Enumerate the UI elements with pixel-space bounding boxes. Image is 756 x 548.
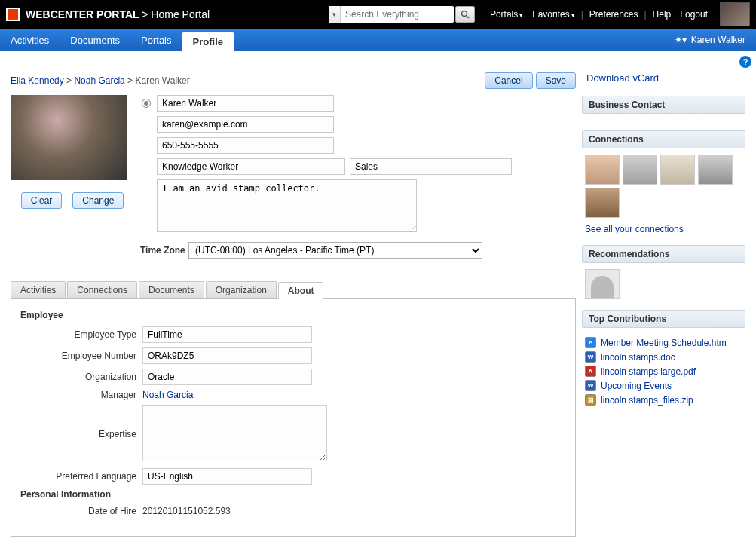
connections-header: Connections: [582, 130, 745, 148]
connection-avatar[interactable]: [698, 155, 733, 185]
manager-link[interactable]: Noah Garcia: [142, 390, 193, 400]
hire-value: 20120101151052.593: [142, 506, 231, 516]
file-doc-icon: W: [585, 380, 596, 391]
timezone-select[interactable]: (UTC-08:00) Los Angeles - Pacific Time (…: [188, 242, 482, 259]
nav-user-menu[interactable]: ✷▾ Karen Walker: [675, 29, 756, 51]
current-user-avatar[interactable]: [720, 2, 750, 26]
help-link[interactable]: Help: [653, 9, 672, 20]
top-bar: WEBCENTER PORTAL > Home Portal ▾ Portals…: [0, 0, 756, 29]
file-link[interactable]: lincoln stamps large.pdf: [601, 366, 696, 377]
app-section: Home Portal: [151, 8, 210, 20]
nav-portals[interactable]: Portals: [130, 29, 182, 51]
hire-label: Date of Hire: [20, 506, 142, 516]
see-all-connections-link[interactable]: See all your connections: [585, 224, 742, 234]
tab-about[interactable]: About: [278, 282, 324, 299]
search-icon: [461, 10, 470, 19]
emp-num-field[interactable]: [142, 347, 312, 364]
save-button[interactable]: Save: [536, 72, 576, 89]
global-search: ▾: [329, 6, 454, 23]
app-name: WEBCENTER PORTAL: [26, 8, 139, 20]
file-link[interactable]: lincoln stamps_files.zip: [601, 395, 693, 406]
connection-avatar[interactable]: [660, 155, 695, 185]
list-item: Alincoln stamps large.pdf: [585, 366, 742, 377]
breadcrumb-link-2[interactable]: Noah Garcia: [74, 75, 124, 86]
svg-point-0: [461, 11, 467, 17]
top-links: Portals▾ Favorites▾ | Preferences | Help…: [485, 9, 712, 20]
help-icon[interactable]: ?: [739, 56, 751, 68]
lang-field[interactable]: [142, 468, 312, 485]
file-link[interactable]: Upcoming Events: [601, 381, 672, 391]
breadcrumb: Ella Kennedy > Noah Garcia > Karen Walke…: [11, 75, 190, 86]
manager-label: Manager: [20, 390, 142, 400]
breadcrumb-current: Karen Walker: [135, 75, 189, 86]
department-input[interactable]: [350, 158, 512, 175]
file-htm-icon: e: [585, 337, 596, 348]
tab-documents[interactable]: Documents: [139, 281, 204, 298]
nav-profile[interactable]: Profile: [182, 32, 234, 51]
favorites-menu[interactable]: Favorites▾: [532, 9, 574, 20]
portals-menu[interactable]: Portals▾: [490, 9, 523, 20]
search-button[interactable]: [455, 6, 475, 23]
lang-label: Preferred Language: [20, 471, 142, 482]
jobtitle-input[interactable]: [157, 158, 345, 175]
preferences-link[interactable]: Preferences: [589, 9, 638, 20]
file-link[interactable]: lincoln stamps.doc: [601, 352, 675, 363]
org-field[interactable]: [142, 369, 312, 385]
change-photo-button[interactable]: Change: [72, 192, 124, 209]
emp-type-field[interactable]: [142, 326, 312, 343]
gear-icon: ✷▾: [675, 35, 687, 45]
org-label: Organization: [20, 372, 142, 382]
file-zip-icon: ▤: [585, 394, 596, 406]
business-contact-header: Business Contact: [582, 96, 745, 114]
tab-body-about: Employee Employee Type Employee Number O…: [11, 299, 576, 537]
tab-activities[interactable]: Activities: [11, 281, 66, 298]
clear-photo-button[interactable]: Clear: [21, 192, 63, 209]
employee-section-title: Employee: [20, 310, 566, 320]
name-input[interactable]: [157, 95, 334, 112]
list-item: ▤lincoln stamps_files.zip: [585, 394, 742, 406]
logout-link[interactable]: Logout: [680, 9, 708, 20]
contributions-list: eMember Meeting Schedule.htm Wlincoln st…: [585, 337, 742, 406]
nav-user-name: Karen Walker: [691, 35, 745, 45]
cancel-button[interactable]: Cancel: [485, 72, 532, 89]
svg-line-1: [467, 16, 469, 18]
search-input[interactable]: [341, 7, 454, 22]
timezone-label: Time Zone: [140, 245, 188, 256]
profile-photo: [11, 95, 127, 180]
emp-num-label: Employee Number: [20, 351, 142, 361]
search-scope-dropdown[interactable]: ▾: [329, 6, 341, 23]
name-radio[interactable]: [142, 99, 151, 108]
expertise-field[interactable]: [142, 405, 327, 461]
nav-documents[interactable]: Documents: [60, 29, 130, 51]
app-title: WEBCENTER PORTAL > Home Portal: [26, 8, 210, 20]
phone-input[interactable]: [157, 137, 334, 154]
connection-avatar[interactable]: [585, 188, 620, 218]
list-item: eMember Meeting Schedule.htm: [585, 337, 742, 348]
list-item: WUpcoming Events: [585, 380, 742, 391]
recommendations-header: Recommendations: [582, 245, 745, 263]
emp-type-label: Employee Type: [20, 329, 142, 340]
tab-connections[interactable]: Connections: [67, 281, 137, 298]
bio-textarea[interactable]: [157, 179, 417, 232]
file-link[interactable]: Member Meeting Schedule.htm: [601, 338, 727, 348]
resize-grip-icon[interactable]: ⋰: [320, 454, 326, 462]
file-doc-icon: W: [585, 351, 596, 363]
download-vcard-link[interactable]: Download vCard: [586, 72, 745, 84]
person-silhouette-icon: [591, 276, 614, 298]
logo-icon: [6, 8, 20, 21]
expertise-label: Expertise: [20, 429, 142, 439]
email-input[interactable]: [157, 116, 334, 133]
nav-activities[interactable]: Activities: [0, 29, 60, 51]
list-item: Wlincoln stamps.doc: [585, 351, 742, 363]
connection-avatar[interactable]: [623, 155, 657, 185]
resize-grip-icon[interactable]: ⋰: [409, 225, 415, 233]
connections-list: [585, 155, 742, 218]
profile-tabs: Activities Connections Documents Organiz…: [11, 281, 576, 299]
breadcrumb-link-1[interactable]: Ella Kennedy: [11, 75, 64, 86]
recommendation-avatar[interactable]: [585, 269, 620, 299]
top-contributions-header: Top Contributions: [582, 310, 745, 328]
business-contact-body: [582, 114, 745, 130]
main-nav: Activities Documents Portals Profile ✷▾ …: [0, 29, 756, 51]
tab-organization[interactable]: Organization: [206, 281, 277, 298]
connection-avatar[interactable]: [585, 155, 620, 185]
